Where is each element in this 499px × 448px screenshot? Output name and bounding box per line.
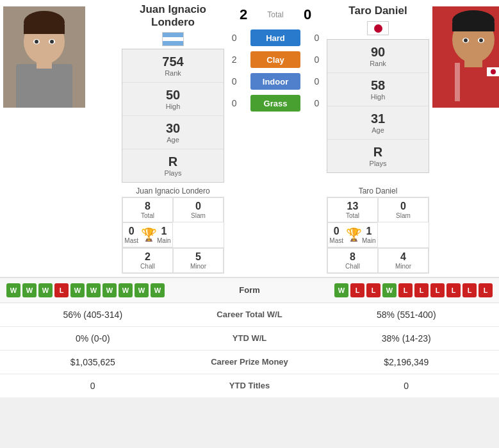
clay-row: 2 Clay 0	[224, 49, 327, 71]
form-section: WWWLWWWWWW Form WLLWLLLLLL	[0, 277, 499, 303]
prize-label: Career Prize Money	[186, 357, 314, 367]
right-stat-main: 1	[362, 226, 376, 237]
form-badge-l: L	[479, 283, 493, 297]
left-player-photo-area	[0, 3, 90, 111]
left-rank-label: Rank	[127, 69, 218, 77]
left-ytd-wl: 0% (0-0)	[0, 333, 186, 344]
grass-row: 0 Grass 0	[224, 92, 327, 114]
right-stat-mast-label: Mast	[329, 237, 343, 244]
right-form-badges: WLLWLLLLLL	[288, 283, 493, 297]
form-badge-w: W	[86, 283, 101, 297]
left-total-score: 2	[231, 6, 256, 23]
left-bottom-stats: Juan Ignacio Londero 8 Total 0 Slam 0	[122, 185, 224, 274]
right-chall-cell: 8 Chall	[327, 248, 378, 273]
form-badge-w: W	[382, 283, 397, 297]
left-titles: 0	[0, 381, 186, 391]
left-player-svg	[3, 6, 85, 108]
left-stat-main-label: Main	[157, 237, 171, 244]
right-high-label: High	[332, 93, 423, 101]
right-player-name-small: Taro Daniel	[327, 185, 429, 197]
right-minor-cell: 4 Minor	[378, 248, 429, 273]
indoor-left-score: 0	[224, 76, 244, 87]
right-player-photo	[432, 6, 499, 108]
form-badge-w: W	[38, 283, 53, 297]
right-stat-grid-2: 8 Chall 4 Minor	[327, 248, 429, 274]
indoor-badge: Indoor	[250, 73, 300, 90]
right-age-row: 31 Age	[327, 106, 429, 140]
form-badge-w: W	[119, 283, 133, 297]
left-form-badges: WWWLWWWWWW	[6, 283, 211, 297]
left-rank-row: 754 Rank	[122, 49, 224, 83]
form-badge-w: W	[135, 283, 149, 297]
right-prize: $2,196,349	[314, 357, 500, 367]
right-ytd-wl: 38% (14-23)	[314, 333, 500, 344]
right-name-block: Taro Daniel 90 Rank 5	[327, 3, 429, 173]
grass-right-score: 0	[307, 98, 327, 108]
hard-right-score: 0	[307, 33, 327, 43]
right-stat-total-label: Total	[329, 212, 376, 219]
left-stat-mast: 0	[124, 226, 138, 237]
left-slam-cell: 0 Slam	[173, 197, 224, 222]
form-badge-w: W	[102, 283, 117, 297]
main-container: Juan Ignacio Londero 754 Rank	[0, 0, 499, 397]
left-high-row: 50 High	[122, 83, 224, 116]
svg-rect-1	[16, 64, 72, 108]
left-high-value: 50	[127, 88, 218, 103]
indoor-right-score: 0	[307, 76, 327, 87]
trophy-icon-left: 🏆	[141, 227, 157, 242]
right-plays-row: R Plays	[327, 140, 429, 172]
left-stat-total-label: Total	[124, 212, 171, 219]
right-stat-slam-label: Slam	[380, 212, 427, 219]
left-stats-box: 754 Rank 50 High 30 Age R	[122, 49, 224, 183]
right-total-score: 0	[295, 6, 320, 23]
svg-point-19	[464, 38, 468, 42]
svg-rect-16	[452, 22, 495, 31]
left-player-name-small: Juan Ignacio Londero	[122, 185, 224, 197]
left-age-value: 30	[127, 121, 218, 136]
left-career-wl: 56% (405-314)	[0, 310, 186, 320]
left-stat-minor: 5	[175, 251, 222, 263]
right-flag	[327, 21, 429, 35]
right-stat-minor-label: Minor	[380, 263, 427, 270]
right-slam-cell: 0 Slam	[378, 197, 429, 222]
left-player-photo	[3, 6, 85, 108]
surface-rows: 0 Hard 0 2 Clay 0 0 Indoor 0	[224, 27, 327, 114]
prize-row: $1,035,625 Career Prize Money $2,196,349	[0, 351, 499, 374]
left-player-name: Juan Ignacio Londero	[122, 3, 224, 29]
form-badge-l: L	[430, 283, 445, 297]
left-stat-slam-label: Slam	[175, 212, 222, 219]
right-rank-value: 90	[332, 45, 423, 60]
left-plays-row: R Plays	[122, 149, 224, 182]
hard-badge: Hard	[250, 29, 300, 46]
right-career-wl: 58% (551-400)	[314, 310, 500, 320]
svg-rect-5	[24, 24, 65, 34]
right-player-svg	[432, 6, 499, 108]
titles-row: 0 YTD Titles 0	[0, 374, 499, 397]
form-badge-l: L	[398, 283, 413, 297]
form-badge-l: L	[350, 283, 364, 297]
left-stat-grid: 8 Total 0 Slam 0 Mast 🏆	[122, 197, 224, 248]
right-stat-chall-label: Chall	[329, 263, 376, 270]
right-plays-label: Plays	[332, 160, 423, 167]
hard-row: 0 Hard 0	[224, 27, 327, 49]
svg-point-22	[491, 69, 496, 74]
indoor-row: 0 Indoor 0	[224, 71, 327, 92]
form-badge-l: L	[54, 283, 69, 297]
form-badge-w: W	[22, 283, 37, 297]
right-stat-mast: 0	[329, 226, 343, 237]
right-player-photo-area	[429, 3, 499, 111]
right-rank-row: 90 Rank	[327, 40, 429, 73]
right-total-cell: 13 Total	[327, 197, 378, 222]
clay-badge: Clay	[250, 51, 300, 68]
right-stats-box: 90 Rank 58 High 31 Age R	[327, 39, 429, 173]
clay-left-score: 2	[224, 54, 244, 65]
right-age-label: Age	[332, 126, 423, 134]
left-plays-label: Plays	[127, 169, 218, 177]
career-wl-row: 56% (405-314) Career Total W/L 58% (551-…	[0, 303, 499, 327]
ytd-wl-label: YTD W/L	[186, 333, 314, 343]
right-high-row: 58 High	[327, 73, 429, 106]
center-column: Juan Ignacio Londero 754 Rank	[122, 3, 429, 274]
players-area: Juan Ignacio Londero 754 Rank	[0, 0, 499, 277]
left-stat-main: 1	[157, 226, 171, 237]
left-name-block: Juan Ignacio Londero 754 Rank	[122, 3, 224, 183]
